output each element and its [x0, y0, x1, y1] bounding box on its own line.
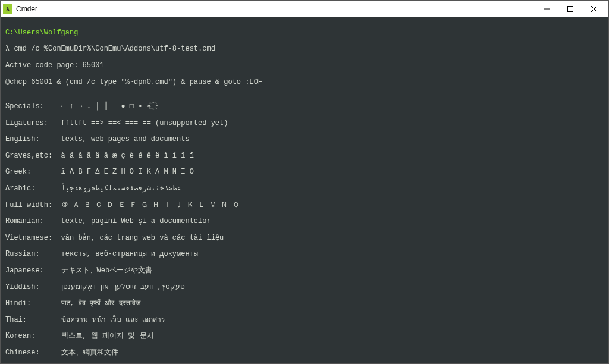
terminal-area[interactable]: C:\Users\Wolfgang λ cmd /c %ConEmuDir%\C…	[1, 17, 608, 363]
output-ligatures: Ligatures: ffttft ==> ==< === == (unsupp…	[5, 120, 604, 128]
output-thai: Thai: ข้อความ หน้า เว็บ และ เอกสาร	[5, 316, 604, 325]
minimize-button[interactable]	[535, 1, 558, 17]
output-codepage: Active code page: 65001	[5, 62, 604, 70]
output-korean: Korean: 텍스트, 웹 페이지 및 문서	[5, 332, 604, 341]
output-specials: Specials: ← ↑ → ↓ │ ┃ ║ ● □ ▪ ⇒ ҈	[5, 103, 604, 111]
close-icon	[591, 6, 597, 12]
app-window: λ Cmder C:\Users\Wolfgang λ cmd /c %ConE…	[0, 0, 609, 364]
window-controls	[535, 1, 606, 17]
command-line-1: λ cmd /c %ConEmuDir%\ConEmu\Addons\utf-8…	[5, 45, 604, 54]
prompt-line-1: C:\Users\Wolfgang	[5, 29, 604, 37]
window-title: Cmder	[16, 5, 37, 13]
output-hindi: Hindi: पाठ, वेब पृष्ठों और दस्तावेज	[5, 300, 604, 308]
output-greek: Greek: ĩ Α Β Γ Δ Ε Ζ Η Θ Ι Κ Λ Μ Ν Ξ Ο	[5, 168, 604, 177]
output-russian: Russian: тексты, веб-страницы и документ…	[5, 250, 604, 259]
minimize-icon	[544, 6, 550, 12]
output-graves: Graves,etc: à á â ã ä å æ ç è é ê ë ì í …	[5, 152, 604, 161]
output-chinese: Chinese: 文本、網頁和文件	[5, 349, 604, 357]
maximize-button[interactable]	[558, 1, 582, 17]
titlebar[interactable]: λ Cmder	[1, 1, 608, 17]
app-icon: λ	[3, 4, 12, 14]
output-english: English: texts, web pages and documents	[5, 136, 604, 144]
output-arabic: Arabic: غظضذخثتشرقصفعسنملكيطحزوهدجبأ	[5, 185, 604, 193]
output-romanian: Romanian: texte, pagini Web şi a documen…	[5, 218, 604, 226]
close-button[interactable]	[582, 1, 606, 17]
output-fullwidth: Full width: ＠ Ａ Ｂ Ｃ Ｄ Ｅ Ｆ Ｇ Ｈ Ｉ Ｊ Ｋ Ｌ Ｍ …	[5, 202, 604, 210]
output-chcp: @chcp 65001 & (cmd /c type "%~dpn0.cmd")…	[5, 79, 604, 87]
prompt-path: C:\Users\Wolfgang	[5, 29, 78, 37]
svg-rect-0	[568, 6, 573, 11]
output-vietnamese: Vietnamese: văn bản, các trang web và cá…	[5, 234, 604, 243]
output-japanese: Japanese: テキスト、Webページや文書	[5, 267, 604, 275]
output-yiddish: Yiddish: טעקסץ, וועב זייטלעך און דאָקומע…	[5, 284, 604, 292]
maximize-icon	[567, 6, 573, 12]
prompt-symbol: λ	[5, 45, 14, 53]
command-text: cmd /c %ConEmuDir%\ConEmu\Addons\utf-8-t…	[14, 45, 215, 53]
